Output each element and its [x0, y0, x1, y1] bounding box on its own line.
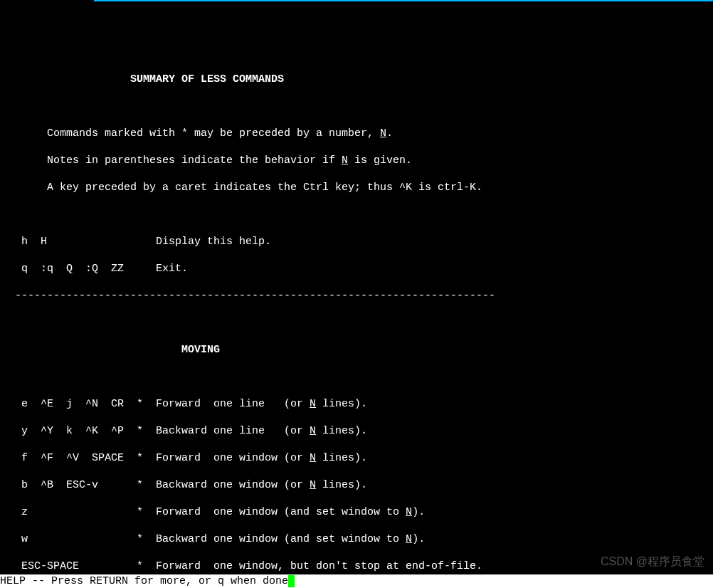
terminal-content: SUMMARY OF LESS COMMANDS Commands marked…	[0, 41, 713, 588]
cmd-quit: q :q Q :Q ZZ Exit.	[9, 262, 713, 275]
terminal-screen[interactable]: SUMMARY OF LESS COMMANDS Commands marked…	[0, 0, 713, 588]
blank	[9, 370, 713, 384]
intro-line-3: A key preceded by a caret indicates the …	[9, 181, 713, 194]
divider: ----------------------------------------…	[9, 289, 713, 303]
cmd-b: b ^B ESC-v * Backward one window (or N l…	[9, 478, 713, 492]
heading-moving: MOVING	[9, 343, 713, 357]
heading-summary: SUMMARY OF LESS COMMANDS	[9, 73, 713, 86]
cmd-y: y ^Y k ^K ^P * Backward one line (or N l…	[9, 424, 713, 438]
cmd-f: f ^F ^V SPACE * Forward one window (or N…	[9, 451, 713, 465]
blank	[9, 100, 713, 113]
blank	[9, 208, 713, 221]
cmd-w: w * Backward one window (and set window …	[9, 532, 713, 546]
blank	[9, 316, 713, 330]
intro-line-2: Notes in parentheses indicate the behavi…	[9, 154, 713, 167]
window-accent	[94, 0, 713, 1]
cursor	[288, 575, 295, 587]
cmd-e: e ^E j ^N CR * Forward one line (or N li…	[9, 397, 713, 411]
status-text: HELP -- Press RETURN for more, or q when…	[0, 575, 288, 587]
watermark: CSDN @程序员食堂	[601, 555, 704, 568]
cmd-help: h H Display this help.	[9, 235, 713, 248]
intro-line-1: Commands marked with * may be preceded b…	[9, 127, 713, 140]
cmd-z: z * Forward one window (and set window t…	[9, 505, 713, 519]
status-bar[interactable]: HELP -- Press RETURN for more, or q when…	[0, 574, 713, 588]
